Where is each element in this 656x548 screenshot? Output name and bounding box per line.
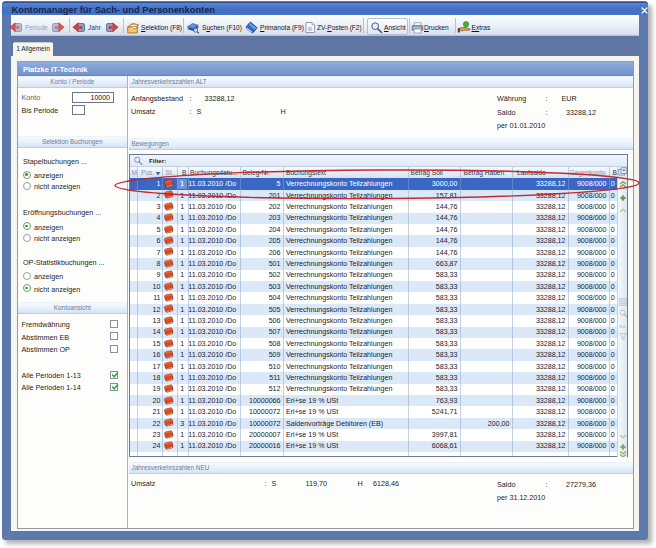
svg-text:su: su [619, 323, 625, 329]
